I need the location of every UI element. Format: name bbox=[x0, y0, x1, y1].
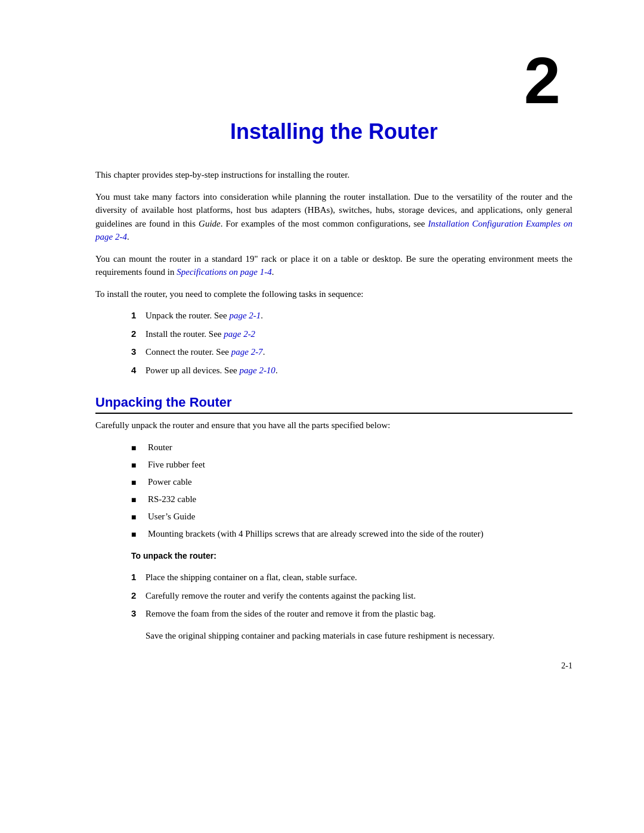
task-item-4: 4 Power up all devices. See page 2-10. bbox=[131, 364, 572, 377]
bullet-icon-4: ■ bbox=[131, 494, 143, 506]
task-text-4: Power up all devices. See bbox=[145, 366, 239, 375]
task-item-1: 1 Unpack the router. See page 2-1. bbox=[131, 309, 572, 323]
section2-title: Unpacking the Router bbox=[95, 395, 572, 414]
bullet-icon-1: ■ bbox=[131, 442, 143, 454]
unpack-step-text-1: Place the shipping container on a flat, … bbox=[145, 571, 572, 584]
unpack-step-3: 3 Remove the foam from the sides of the … bbox=[131, 607, 572, 621]
part-text-2: Five rubber feet bbox=[148, 458, 572, 472]
page-container: 2 Installing the Router This chapter pro… bbox=[0, 0, 644, 695]
unpack-steps-list: 1 Place the shipping container on a flat… bbox=[131, 571, 572, 621]
bullet-icon-2: ■ bbox=[131, 459, 143, 472]
task-num-4: 4 bbox=[131, 364, 145, 377]
unpack-step-1: 1 Place the shipping container on a flat… bbox=[131, 571, 572, 584]
period-1: . bbox=[127, 232, 129, 241]
intro-para-4: To install the router, you need to compl… bbox=[95, 287, 572, 301]
task-period-1: . bbox=[261, 311, 263, 320]
task-text-2: Install the router. See bbox=[145, 329, 224, 339]
task-num-1: 1 bbox=[131, 309, 145, 323]
unpack-step-num-3: 3 bbox=[131, 607, 145, 621]
part-item-1: ■ Router bbox=[131, 441, 572, 454]
task-list: 1 Unpack the router. See page 2-1. 2 Ins… bbox=[131, 309, 572, 377]
task-item-3: 3 Connect the router. See page 2-7. bbox=[131, 345, 572, 359]
task-num-3: 3 bbox=[131, 345, 145, 359]
task-period-3: . bbox=[263, 347, 265, 357]
unpack-step-num-1: 1 bbox=[131, 571, 145, 584]
task-link-3[interactable]: page 2-7 bbox=[231, 347, 263, 357]
chapter-number: 2 bbox=[95, 48, 572, 113]
part-text-4: RS-232 cable bbox=[148, 493, 572, 506]
part-item-5: ■ User’s Guide bbox=[131, 510, 572, 524]
part-text-1: Router bbox=[148, 441, 572, 454]
unpack-label-text: To unpack the router: bbox=[131, 551, 216, 561]
task-content-4: Power up all devices. See page 2-10. bbox=[145, 364, 572, 377]
task-content-2: Install the router. See page 2-2 bbox=[145, 327, 572, 341]
part-text-3: Power cable bbox=[148, 475, 572, 489]
section2-intro: Carefully unpack the router and ensure t… bbox=[95, 419, 572, 432]
bullet-icon-3: ■ bbox=[131, 476, 143, 489]
part-text-5: User’s Guide bbox=[148, 510, 572, 524]
page-footer: 2-1 bbox=[561, 661, 572, 671]
part-text-6: Mounting brackets (with 4 Phillips screw… bbox=[148, 527, 572, 541]
part-item-4: ■ RS-232 cable bbox=[131, 493, 572, 506]
unpack-note: Save the original shipping container and… bbox=[145, 629, 572, 643]
bullet-icon-6: ■ bbox=[131, 528, 143, 541]
part-item-6: ■ Mounting brackets (with 4 Phillips scr… bbox=[131, 527, 572, 541]
intro-para-3: You can mount the router in a standard 1… bbox=[95, 252, 572, 279]
task-content-3: Connect the router. See page 2-7. bbox=[145, 345, 572, 359]
part-item-2: ■ Five rubber feet bbox=[131, 458, 572, 472]
task-link-1[interactable]: page 2-1 bbox=[229, 311, 261, 320]
page-number: 2-1 bbox=[561, 661, 572, 670]
chapter-title: Installing the Router bbox=[95, 119, 572, 144]
task-link-2[interactable]: page 2-2 bbox=[224, 329, 255, 339]
intro-para-1: This chapter provides step-by-step instr… bbox=[95, 168, 572, 182]
task-period-4: . bbox=[275, 366, 278, 375]
task-link-4[interactable]: page 2-10 bbox=[239, 366, 275, 375]
task-text-3: Connect the router. See bbox=[145, 347, 231, 357]
intro-para-2: You must take many factors into consider… bbox=[95, 190, 572, 244]
unpack-step-text-3: Remove the foam from the sides of the ro… bbox=[145, 607, 572, 621]
intro-para-3-text: You can mount the router in a standard 1… bbox=[95, 254, 572, 277]
parts-list: ■ Router ■ Five rubber feet ■ Power cabl… bbox=[131, 441, 572, 541]
task-num-2: 2 bbox=[131, 327, 145, 341]
unpack-step-num-2: 2 bbox=[131, 589, 145, 603]
specifications-link[interactable]: Specifications on page 1-4 bbox=[177, 267, 272, 277]
part-item-3: ■ Power cable bbox=[131, 475, 572, 489]
task-content-1: Unpack the router. See page 2-1. bbox=[145, 309, 572, 323]
task-item-2: 2 Install the router. See page 2-2 bbox=[131, 327, 572, 341]
unpack-step-2: 2 Carefully remove the router and verify… bbox=[131, 589, 572, 603]
unpack-label: To unpack the router: bbox=[131, 549, 572, 563]
bullet-icon-5: ■ bbox=[131, 511, 143, 524]
unpack-step-text-2: Carefully remove the router and verify t… bbox=[145, 589, 572, 603]
period-2: . bbox=[272, 267, 274, 277]
task-text-1: Unpack the router. See bbox=[145, 311, 229, 320]
